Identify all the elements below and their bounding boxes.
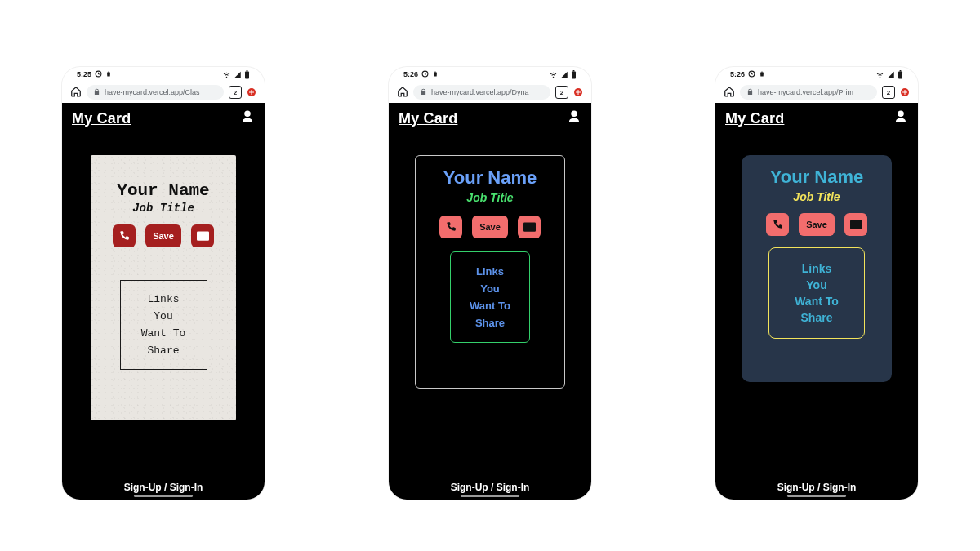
signal-icon [560,71,568,78]
tab-count[interactable]: 2 [229,86,242,99]
status-bar: 5:25 [62,67,265,82]
business-card: Your Name Job Title Save Links You Want … [742,155,892,382]
email-button[interactable] [844,213,867,236]
browser-menu-icon[interactable] [573,87,583,97]
signal-icon [234,71,242,78]
links-line: Share [121,344,207,357]
app-header: My Card [62,103,265,131]
battery-icon [244,70,250,79]
phone-button[interactable] [439,216,462,238]
links-line: Want To [121,327,207,340]
wifi-icon [222,71,231,78]
save-button[interactable]: Save [145,224,181,247]
svg-rect-2 [247,70,248,72]
links-line: Links [451,265,529,278]
status-bar: 5:26 [715,67,918,82]
status-bar: 5:26 [389,67,591,82]
tab-count[interactable]: 2 [555,86,568,99]
card-job-title: Job Title [424,191,556,204]
url-bar[interactable]: have-mycard.vercel.app/Clas [87,85,224,100]
card-job-title: Job Title [99,202,228,215]
svg-rect-13 [898,71,902,78]
links-box[interactable]: Links You Want To Share [768,247,865,339]
clock-icon [95,70,102,79]
url-bar[interactable]: have-mycard.vercel.app/Dyna [413,85,550,100]
browser-chrome: have-mycard.vercel.app/Dyna 2 [389,82,591,103]
card-name: Your Name [424,167,556,189]
app-viewport: My Card Your Name Job Title Save [62,103,265,500]
profile-icon[interactable] [240,109,255,127]
profile-icon[interactable] [893,109,908,127]
home-icon[interactable] [397,86,408,99]
browser-menu-icon[interactable] [247,87,256,97]
delete-icon [759,70,765,79]
browser-chrome: have-mycard.vercel.app/Clas 2 [62,82,265,103]
app-title[interactable]: My Card [72,110,131,127]
clock-icon [421,70,429,79]
svg-rect-14 [900,70,902,72]
battery-icon [898,70,903,79]
phone-classic: 5:25 have-mycard.vercel.app/Clas [62,67,265,500]
url-text: have-mycard.vercel.app/Dyna [431,88,529,96]
card-job-title: Job Title [750,190,884,203]
wifi-icon [875,71,884,78]
app-header: My Card [389,103,591,131]
links-line: Links [121,293,207,305]
app-title[interactable]: My Card [725,110,784,127]
svg-rect-1 [245,71,249,78]
card-actions: Save [99,224,228,247]
tab-count[interactable]: 2 [882,86,895,99]
business-card: Your Name Job Title Save Links You Want … [415,155,565,389]
save-button[interactable]: Save [799,213,835,236]
home-icon[interactable] [724,86,735,99]
url-text: have-mycard.vercel.app/Prim [758,88,853,96]
nav-handle [787,495,846,497]
app-title[interactable]: My Card [399,110,457,127]
profile-icon[interactable] [567,109,581,127]
svg-rect-17 [902,92,907,93]
status-time: 5:26 [403,70,418,78]
browser-chrome: have-mycard.vercel.app/Prim 2 [715,82,918,103]
business-card: Your Name Job Title Save Links You [91,155,236,420]
links-line: Share [769,311,864,324]
lock-icon [420,88,427,97]
nav-handle [134,495,193,497]
links-box[interactable]: Links You Want To Share [120,280,207,370]
browser-menu-icon[interactable] [900,87,910,97]
links-line: You [769,278,864,291]
signal-icon [887,71,895,78]
url-text: have-mycard.vercel.app/Clas [105,88,200,96]
lock-icon [746,88,754,97]
url-bar[interactable]: have-mycard.vercel.app/Prim [740,85,877,100]
svg-rect-8 [573,70,575,72]
delete-icon [432,70,439,79]
links-line: You [451,282,529,295]
status-time: 5:26 [730,70,745,78]
svg-rect-5 [249,92,254,93]
email-button[interactable] [191,224,214,247]
phone-dynamic: 5:26 have-mycard.vercel.app/Dyna 2 My Ca… [389,67,591,500]
wifi-icon [549,71,558,78]
svg-rect-11 [576,92,581,93]
links-line: Want To [769,295,864,308]
clock-icon [748,70,755,79]
lock-icon [93,88,100,97]
status-time: 5:25 [77,70,91,78]
app-viewport: My Card Your Name Job Title Save Links Y… [389,103,591,500]
links-box[interactable]: Links You Want To Share [450,251,530,343]
save-button[interactable]: Save [472,216,508,238]
app-header: My Card [715,103,918,131]
phone-button[interactable] [113,224,136,247]
links-line: Links [769,262,864,275]
home-icon[interactable] [70,86,82,99]
delete-icon [105,70,112,79]
phone-button[interactable] [766,213,789,236]
links-line: Share [451,317,529,329]
email-button[interactable] [518,216,541,238]
nav-handle [461,495,519,497]
links-line: You [121,310,207,322]
app-viewport: My Card Your Name Job Title Save Links Y… [715,103,918,500]
card-name: Your Name [750,167,884,188]
phone-primary: 5:26 have-mycard.vercel.app/Prim 2 My Ca… [715,67,918,500]
svg-rect-7 [572,71,576,78]
